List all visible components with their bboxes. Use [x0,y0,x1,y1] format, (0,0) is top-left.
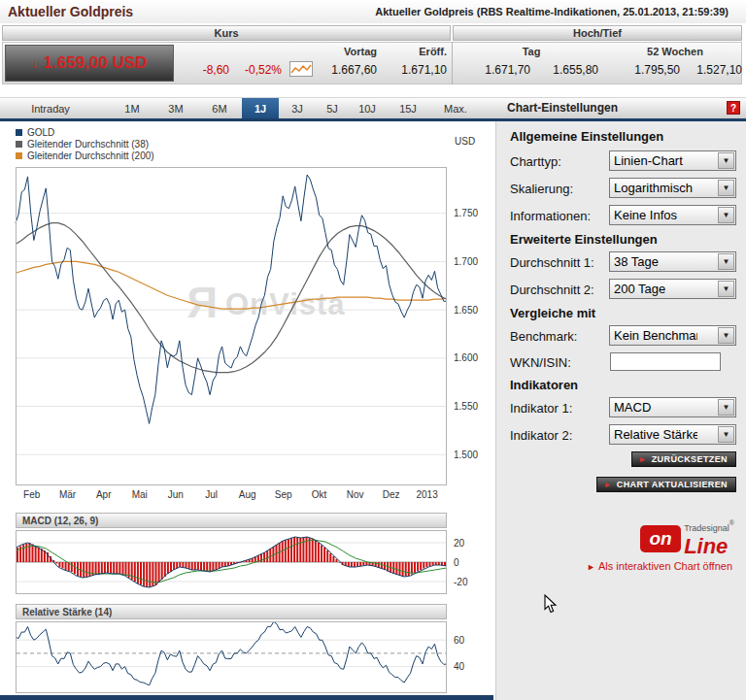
durchschnitt1-select[interactable]: 38 Tage ▼ [609,251,736,272]
page-title: Aktueller Goldpreis [8,4,133,19]
svg-text:1.550: 1.550 [454,401,478,412]
benchmark-select[interactable]: Kein Benchmark ▼ [609,325,736,346]
benchmark-label: Benchmark: [510,329,577,344]
skalierung-select[interactable]: Logarithmisch ▼ [609,178,736,198]
macd-chart-svg: 200-20 [16,530,493,598]
tradesignal-line-text: Line [684,535,734,558]
svg-text:Mär: Mär [59,489,77,500]
reset-button[interactable]: ►ZURÜCKSETZEN [631,451,736,467]
wochen52-hoch-value: 1.795,50 [610,63,680,77]
price-box: ↓ 1.659,00 USD [5,45,174,82]
charttyp-value: Linien-Chart [610,153,697,168]
tab-3m[interactable]: 3M [154,98,197,119]
update-chart-button[interactable]: ►CHART AKTUALISIEREN [596,477,736,492]
svg-text:Aug: Aug [239,489,256,500]
chart-legend: GOLD Gleitender Durchschnitt (38) Gleite… [16,127,154,162]
durchschnitt2-label: Durchschnitt 2: [510,283,594,297]
indikator1-select[interactable]: MACD ▼ [609,397,736,417]
svg-text:Jul: Jul [205,489,218,500]
vergleiche-heading: Vergleiche mit [510,306,595,320]
tab-10j[interactable]: 10J [347,98,388,119]
svg-text:1.750: 1.750 [454,208,478,218]
ma200-series-label: Gleitender Durchschnitt (200) [27,150,154,161]
vortag-value: 1.667,60 [307,63,377,77]
quote-table: Kurs Hoch/Tief ↓ 1.659,00 USD -8,60 -0,5… [2,25,744,85]
legend-item-ma38: Gleitender Durchschnitt (38) [16,139,154,150]
indikator1-label: Indikator 1: [510,401,572,416]
current-price: 1.659,00 USD [44,53,148,73]
help-button[interactable]: ? [727,101,740,115]
change-absolute: -8,60 [186,63,229,77]
svg-text:Jun: Jun [168,489,184,500]
period-tabbar: Intraday 1M 3M 6M 1J 3J 5J 10J 15J Max. [0,97,746,118]
svg-text:Sep: Sep [275,489,292,500]
wochen52-label: 52 Wochen [612,46,738,57]
informationen-label: Informationen: [510,209,591,223]
tag-label: Tag [458,46,604,57]
svg-text:40: 40 [454,661,465,672]
chevron-down-icon: ▼ [718,399,734,416]
hochtief-group-header: Hoch/Tief [453,25,742,41]
durchschnitt1-label: Durchschnitt 1: [510,255,594,270]
svg-text:Okt: Okt [312,489,327,500]
vortag-label: Vortag [307,46,377,57]
ma38-series-swatch [16,141,22,148]
tab-15j[interactable]: 15J [388,98,428,119]
svg-text:1.700: 1.700 [454,256,478,267]
indikator2-select[interactable]: Relative Stärke ▼ [609,424,736,445]
tab-6m[interactable]: 6M [198,98,241,119]
tab-5j[interactable]: 5J [315,98,350,119]
wochen52-tief-value: 1.527,10 [682,63,742,77]
rsi-chart-svg: 6040 [16,621,493,699]
ma38-series-label: Gleitender Durchschnitt (38) [27,139,149,150]
durchschnitt1-value: 38 Tage [610,254,697,269]
tab-intraday[interactable]: Intraday [10,98,91,119]
open-interactive-chart-link[interactable]: ►Als interaktiven Chart öffnen [587,560,732,572]
top-header-bar: Aktueller Goldpreis Aktueller Goldpreis … [0,0,746,23]
chevron-down-icon: ▼ [718,426,734,443]
svg-text:0: 0 [454,557,459,568]
svg-text:Apr: Apr [96,489,112,500]
svg-text:Feb: Feb [23,489,41,500]
bottom-rule [0,695,493,700]
eroeff-label: Eröff. [385,46,447,57]
chart-settings-sidebar: Allgemeine Einstellungen Charttyp: Linie… [495,121,746,700]
tradesignal-logo[interactable]: on Tradesignal® Line [640,517,734,558]
informationen-select[interactable]: Keine Infos ▼ [609,205,736,225]
chevron-down-icon: ▼ [718,327,734,344]
wkn-isin-label: WKN/ISIN: [510,355,571,370]
chevron-down-icon: ▼ [718,207,734,223]
indikatoren-heading: Indikatoren [510,378,578,392]
tradesignal-brand: Tradesignal [684,523,729,533]
charttyp-select[interactable]: Linien-Chart ▼ [609,150,736,171]
tab-1m[interactable]: 1M [111,98,153,119]
svg-text:-20: -20 [454,577,468,587]
svg-text:Nov: Nov [347,489,364,500]
open-chart-icon: ► [587,562,595,572]
chevron-down-icon: ▼ [718,152,734,169]
indikator2-label: Indikator 2: [510,428,572,443]
tab-1j[interactable]: 1J [242,98,279,119]
svg-text:1.500: 1.500 [454,450,478,460]
svg-text:Mai: Mai [132,489,148,500]
durchschnitt2-select[interactable]: 200 Tage ▼ [609,279,736,299]
indikator1-value: MACD [610,400,697,415]
svg-text:OnVista: OnVista [225,287,346,321]
gold-series-swatch [16,129,22,136]
wkn-isin-input[interactable] [610,352,721,371]
goldpreis-page: Aktueller Goldpreis Aktueller Goldpreis … [0,0,746,700]
tab-max[interactable]: Max. [431,98,480,119]
chevron-down-icon: ▼ [718,180,734,196]
chevron-down-icon: ▼ [718,281,734,297]
mouse-cursor [544,594,558,618]
group-divider [452,42,453,84]
informationen-value: Keine Infos [610,208,697,222]
indikator2-value: Relative Stärke [610,427,697,442]
tag-tief-value: 1.655,80 [534,63,598,77]
durchschnitt2-value: 200 Tage [610,282,697,296]
tab-3j[interactable]: 3J [280,98,315,119]
svg-text:1.600: 1.600 [454,352,478,363]
charttyp-label: Charttyp: [510,154,561,169]
rsi-panel-header: Relative Stärke (14) [16,604,447,619]
legend-item-gold: GOLD [16,127,154,138]
